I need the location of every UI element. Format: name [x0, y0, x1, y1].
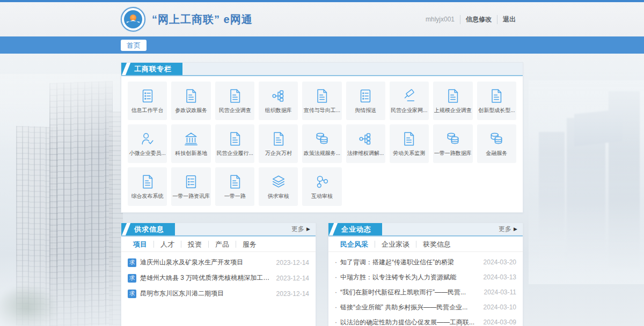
feature-card-label: 参政议政服务 — [175, 107, 207, 114]
dynamics-tab[interactable]: 民企风采 — [334, 241, 375, 248]
document-icon — [227, 131, 243, 147]
supply-panel-title-text: 供求信息 — [134, 225, 164, 234]
panel-enterprise-dynamics: 企业动态 更多 ▶ 民企风采企业家谈获奖信息 知了背调：搭建起“传递职业信任”的… — [328, 223, 523, 326]
feature-card[interactable]: 科技创新基地 — [171, 124, 211, 163]
demand-badge: 求 — [128, 290, 136, 298]
title-slash-decoration — [121, 63, 131, 75]
supply-tab[interactable]: 产品 — [208, 241, 236, 248]
dynamics-item-date: 2024-03-20 — [484, 258, 516, 266]
feature-card[interactable]: 万企兴万村 — [259, 124, 298, 163]
dynamics-list: 知了背调：搭建起“传递职业信任”的桥梁2024-03-20中瑞方胜：以专注铸专长… — [328, 252, 523, 326]
feature-card[interactable]: 创新型成长型... — [477, 82, 516, 120]
dynamics-list-item[interactable]: 以法治的确定性助力提信心促发展——工商联...2024-03-09 — [335, 315, 516, 326]
layers-icon — [270, 174, 287, 190]
demand-badge: 求 — [128, 274, 136, 283]
dynamics-list-item[interactable]: 链接“企业所能” 共助乡村振兴——民营企业...2024-03-10 — [335, 300, 516, 315]
dynamics-panel-bar: 企业动态 更多 ▶ — [328, 223, 523, 236]
feature-card-label: 供求审核 — [268, 192, 289, 200]
org-chart-icon — [270, 88, 287, 104]
feature-card[interactable]: 舆情报送 — [346, 82, 385, 120]
panel-supply-demand: 供求信息 更多 ▶ 项目人才投资产品服务 求迪庆州山泉水及矿泉水生产开发项目20… — [121, 223, 316, 326]
document-icon — [270, 131, 287, 147]
supply-list-item[interactable]: 求迪庆州山泉水及矿泉水生产开发项目2023-12-14 — [128, 255, 309, 270]
title-slash-decoration — [328, 223, 339, 235]
feature-card[interactable]: 政策法规服务... — [302, 124, 341, 163]
supply-tab[interactable]: 人才 — [153, 241, 181, 248]
feature-card[interactable]: 小微企业委员... — [128, 124, 167, 163]
user-check-icon — [140, 131, 156, 147]
feature-card-label: 劳动关系监测 — [393, 150, 425, 157]
feature-card[interactable]: 民营企业家网... — [390, 82, 429, 120]
feature-card[interactable]: 民营企业调查 — [215, 82, 254, 120]
dynamics-tab[interactable]: 获奖信息 — [416, 241, 457, 248]
feature-card[interactable]: 一带一路资讯库 — [171, 167, 211, 206]
dynamics-item-date: 2024-03-13 — [484, 273, 516, 281]
main-content: 工商联专栏 信息工作平台 参政议政服务 民营企业调查 组织数据库 宣传与导向工.… — [121, 54, 523, 326]
feature-card[interactable]: 金融服务 — [477, 124, 516, 163]
dynamics-panel-title-text: 企业动态 — [341, 225, 371, 234]
supply-tab[interactable]: 服务 — [236, 241, 263, 248]
skyline-tower-1 — [609, 91, 640, 268]
supply-list-item[interactable]: 求楚雄州大姚县 3 万吨优质薄壳核桃精深加工及科...2023-12-14 — [128, 270, 309, 286]
skyline-tower-4 — [574, 109, 623, 146]
logout-link[interactable]: 退出 — [497, 15, 521, 24]
document-icon — [183, 88, 199, 104]
feature-card-label: 宣传与导向工... — [304, 107, 340, 114]
supply-tab[interactable]: 项目 — [127, 241, 153, 248]
skyline-tower-3 — [539, 132, 565, 268]
supply-item-title: 迪庆州山泉水及矿泉水生产开发项目 — [140, 258, 271, 267]
document-icon — [488, 88, 504, 104]
feature-card-label: 法律维权调解... — [347, 150, 384, 157]
supply-item-title: 昆明市东川区东川港二期项目 — [140, 289, 271, 298]
dynamics-list-item[interactable]: “我们在新时代新征程上凯歌而行”——民营...2024-03-11 — [335, 285, 516, 300]
feature-card[interactable]: 一带一路 — [215, 167, 254, 206]
feature-card-label: 政策法规服务... — [304, 150, 340, 157]
feature-card-label: 一带一路资讯库 — [172, 192, 210, 200]
supply-tab[interactable]: 投资 — [181, 241, 208, 248]
feature-card-label: 舆情报送 — [355, 107, 376, 114]
dynamics-more-link[interactable]: 更多 ▶ — [499, 223, 523, 235]
document-icon — [227, 174, 243, 190]
nav-tab-home[interactable]: 首页 — [121, 40, 147, 51]
username: mhlyjx001 — [420, 16, 460, 23]
feature-card[interactable]: 供求审核 — [259, 167, 298, 206]
bottom-panels-row: 供求信息 更多 ▶ 项目人才投资产品服务 求迪庆州山泉水及矿泉水生产开发项目20… — [121, 223, 523, 326]
feature-card[interactable]: 劳动关系监测 — [390, 124, 429, 163]
feature-card-label: 万企兴万村 — [265, 150, 292, 157]
dynamics-list-item[interactable]: 中瑞方胜：以专注铸专长为人力资源赋能2024-03-13 — [335, 270, 516, 285]
site-header: “网上工商联” e网通 mhlyjx001 信息修改 退出 — [0, 2, 644, 36]
feature-card[interactable]: 宣传与导向工... — [302, 82, 341, 120]
skyline-tower-2 — [567, 118, 605, 268]
edit-info-link[interactable]: 信息修改 — [460, 15, 497, 24]
document-icon — [445, 88, 461, 104]
feature-card[interactable]: 一带一路数据库 — [433, 124, 473, 163]
feature-card[interactable]: 上规模企业调查 — [433, 82, 473, 120]
feature-card[interactable]: 参政议政服务 — [171, 82, 211, 120]
supply-more-link[interactable]: 更多 ▶ — [291, 223, 316, 235]
dynamics-list-item[interactable]: 知了背调：搭建起“传递职业信任”的桥梁2024-03-20 — [335, 255, 516, 270]
supply-panel-title: 供求信息 — [121, 223, 175, 235]
feature-card[interactable]: 综合发布系统 — [128, 167, 167, 206]
feature-card-label: 小微企业委员... — [129, 150, 165, 157]
mist-overlay-left — [0, 74, 129, 326]
supply-list-item[interactable]: 求昆明市东川区东川港二期项目2023-12-14 — [128, 286, 309, 301]
dynamics-tab[interactable]: 企业家谈 — [375, 241, 416, 248]
more-label: 更多 — [291, 225, 304, 234]
feature-card-label: 上规模企业调查 — [434, 107, 472, 114]
dynamics-item-title: “我们在新时代新征程上凯歌而行”——民营... — [335, 288, 479, 297]
feature-card[interactable]: 法律维权调解... — [346, 124, 385, 163]
feature-card[interactable]: 互动审核 — [302, 167, 341, 206]
more-arrow-icon: ▶ — [514, 227, 517, 232]
dynamics-item-date: 2024-03-11 — [484, 288, 517, 296]
federation-panel-bar: 工商联专栏 — [121, 63, 523, 76]
main-nav: 首页 — [0, 36, 644, 54]
feature-card-grid: 信息工作平台 参政议政服务 民营企业调查 组织数据库 宣传与导向工... 舆情报… — [121, 76, 523, 212]
feature-card[interactable]: 组织数据库 — [259, 82, 298, 120]
panel-federation-column: 工商联专栏 信息工作平台 参政议政服务 民营企业调查 组织数据库 宣传与导向工.… — [121, 62, 523, 213]
supply-item-date: 2023-12-14 — [276, 275, 309, 282]
feature-card[interactable]: 信息工作平台 — [128, 82, 167, 120]
feature-card-label: 综合发布系统 — [131, 192, 164, 200]
list-document-icon — [140, 88, 156, 104]
title-slash-decoration — [121, 223, 131, 235]
feature-card[interactable]: 民营企业履行... — [215, 124, 254, 163]
